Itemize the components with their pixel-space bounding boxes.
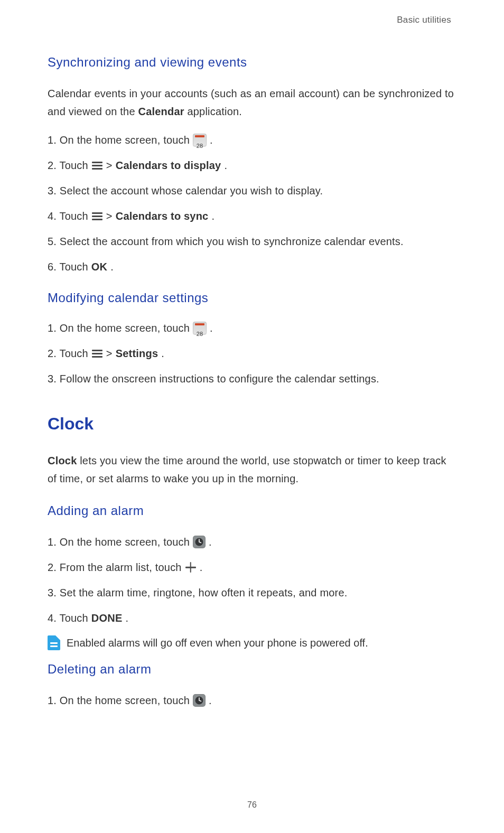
note-icon	[48, 635, 60, 650]
sync-step-4: 4. Touch > Calendars to sync.	[48, 208, 456, 224]
modify-step-1-post: .	[210, 320, 213, 336]
menu-icon	[91, 160, 103, 171]
sync-step-3: 3. Select the account whose calendar you…	[48, 183, 456, 199]
sync-step-2-post: .	[224, 157, 227, 173]
clock-intro-post: lets you view the time around the world,…	[48, 455, 446, 484]
add-step-3: 3. Set the alarm time, ringtone, how oft…	[48, 585, 456, 601]
sync-step-6-bold: OK	[91, 259, 107, 275]
sync-intro-bold: Calendar	[138, 106, 184, 117]
modify-step-3: 3. Follow the onscreen instructions to c…	[48, 371, 456, 387]
heading-clock: Clock	[48, 414, 456, 434]
add-step-1-pre: 1. On the home screen, touch	[48, 534, 190, 550]
clock-icon	[193, 694, 206, 707]
delete-step-1-post: .	[209, 692, 212, 708]
sync-step-4-bold: Calendars to sync	[116, 208, 209, 224]
page-number: 76	[0, 800, 504, 810]
sync-step-1-post: .	[210, 132, 213, 148]
sync-step-1-pre: 1. On the home screen, touch	[48, 132, 190, 148]
calendar-icon	[193, 322, 207, 334]
sync-step-3-text: 3. Select the account whose calendar you…	[48, 183, 323, 199]
modify-step-3-text: 3. Follow the onscreen instructions to c…	[48, 371, 379, 387]
sync-step-6-post: .	[110, 259, 114, 275]
page: Basic utilities Synchronizing and viewin…	[0, 0, 504, 833]
add-step-4-post: .	[125, 610, 128, 626]
heading-sync-events: Synchronizing and viewing events	[48, 55, 456, 70]
menu-icon	[91, 211, 103, 221]
sync-step-2-gt: >	[106, 157, 113, 173]
modify-step-2: 2. Touch > Settings.	[48, 345, 456, 361]
sync-step-6: 6. Touch OK.	[48, 259, 456, 275]
sync-step-4-gt: >	[106, 208, 113, 224]
sync-step-2-pre: 2. Touch	[48, 157, 88, 173]
sync-intro-pre: Calendar events in your accounts (such a…	[48, 88, 454, 117]
sync-step-5: 5. Select the account from which you wis…	[48, 233, 456, 249]
sync-step-2-bold: Calendars to display	[116, 157, 221, 173]
clock-intro: Clock lets you view the time around the …	[48, 452, 456, 488]
menu-icon	[91, 348, 103, 359]
delete-step-1-pre: 1. On the home screen, touch	[48, 692, 190, 708]
sync-intro: Calendar events in your accounts (such a…	[48, 85, 456, 120]
add-step-4: 4. Touch DONE.	[48, 610, 456, 626]
plus-icon	[185, 561, 197, 573]
add-step-3-text: 3. Set the alarm time, ringtone, how oft…	[48, 585, 348, 601]
add-step-4-pre: 4. Touch	[48, 610, 88, 626]
add-step-4-bold: DONE	[91, 610, 123, 626]
heading-deleting-alarm: Deleting an alarm	[48, 662, 456, 677]
modify-step-2-bold: Settings	[116, 345, 158, 361]
clock-intro-bold: Clock	[48, 455, 77, 466]
sync-step-2: 2. Touch > Calendars to display.	[48, 157, 456, 173]
sync-step-5-text: 5. Select the account from which you wis…	[48, 233, 404, 249]
add-step-1: 1. On the home screen, touch .	[48, 534, 456, 550]
sync-step-4-pre: 4. Touch	[48, 208, 88, 224]
modify-step-2-gt: >	[106, 345, 113, 361]
sync-step-1: 1. On the home screen, touch .	[48, 132, 456, 148]
alarm-note: Enabled alarms will go off even when you…	[48, 635, 456, 650]
alarm-note-text: Enabled alarms will go off even when you…	[67, 635, 368, 650]
clock-icon	[193, 536, 206, 548]
heading-adding-alarm: Adding an alarm	[48, 503, 456, 518]
breadcrumb: Basic utilities	[48, 15, 451, 25]
add-step-2: 2. From the alarm list, touch .	[48, 559, 456, 575]
add-step-1-post: .	[209, 534, 212, 550]
sync-step-4-post: .	[211, 208, 214, 224]
add-step-2-pre: 2. From the alarm list, touch	[48, 559, 182, 575]
delete-step-1: 1. On the home screen, touch .	[48, 692, 456, 708]
calendar-icon	[193, 134, 207, 146]
add-step-2-post: .	[200, 559, 203, 575]
heading-modify-settings: Modifying calendar settings	[48, 291, 456, 305]
modify-step-1: 1. On the home screen, touch .	[48, 320, 456, 336]
modify-step-2-pre: 2. Touch	[48, 345, 88, 361]
modify-step-1-pre: 1. On the home screen, touch	[48, 320, 190, 336]
modify-step-2-post: .	[161, 345, 164, 361]
sync-step-6-pre: 6. Touch	[48, 259, 88, 275]
sync-intro-post: application.	[184, 106, 242, 117]
